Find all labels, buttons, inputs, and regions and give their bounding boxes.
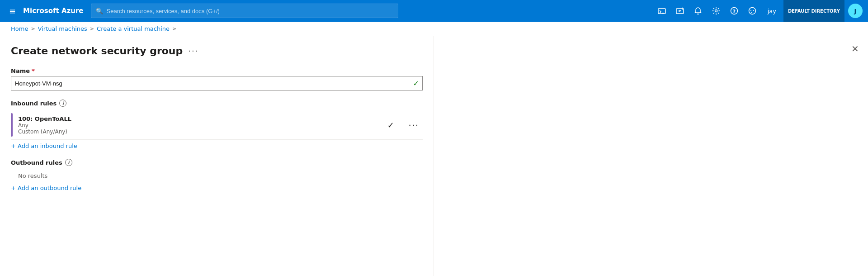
outbound-info-icon[interactable]: i [65, 159, 72, 166]
right-panel: ✕ [434, 36, 868, 276]
required-indicator: * [32, 67, 35, 74]
inbound-info-icon[interactable]: i [59, 100, 66, 107]
breadcrumb-home[interactable]: Home [11, 25, 28, 32]
user-name: jay [768, 8, 776, 14]
svg-point-8 [749, 8, 755, 14]
help-icon[interactable]: ? [726, 3, 742, 19]
rule-name: 100: OpenToALL [18, 115, 387, 122]
svg-text:?: ? [733, 9, 736, 14]
topbar: ≡ Microsoft Azure 🔍 ? jay DEFAULT DIRECT… [0, 0, 868, 22]
svg-point-5 [715, 10, 717, 12]
valid-checkmark-icon: ✓ [413, 79, 419, 88]
add-inbound-rule-button[interactable]: + Add an inbound rule [11, 143, 77, 149]
outbound-rules-section: Outbound rules i No results + Add an out… [11, 159, 423, 192]
breadcrumb-sep-2: > [90, 26, 94, 32]
breadcrumb-create-vm[interactable]: Create a virtual machine [97, 25, 170, 32]
user-menu[interactable]: jay [764, 8, 780, 14]
topbar-icons: ? [654, 3, 760, 19]
close-button[interactable]: ✕ [851, 43, 859, 54]
inbound-rules-label: Inbound rules i [11, 100, 423, 107]
outbound-no-results: No results [11, 170, 423, 182]
breadcrumb-vms[interactable]: Virtual machines [38, 25, 87, 32]
rule-check-icon: ✓ [387, 120, 394, 130]
search-icon: 🔍 [96, 8, 103, 14]
upload-icon[interactable] [672, 3, 688, 19]
svg-point-9 [750, 10, 751, 11]
inbound-rule-list: 100: OpenToALL Any Custom (Any/Any) ✓ ··… [11, 110, 423, 140]
settings-icon[interactable] [708, 3, 724, 19]
brand-name: Microsoft Azure [23, 7, 83, 15]
name-input-wrap: ✓ [11, 76, 423, 90]
cloud-shell-icon[interactable] [654, 3, 670, 19]
inbound-rules-section: Inbound rules i 100: OpenToALL Any Custo… [11, 100, 423, 150]
directory-badge[interactable]: DEFAULT DIRECTORY [783, 0, 844, 22]
breadcrumb-sep-1: > [31, 26, 35, 32]
page-title: Create network security group [11, 45, 183, 57]
rule-more-options-button[interactable]: ··· [405, 119, 423, 132]
table-row: 100: OpenToALL Any Custom (Any/Any) ✓ ··… [11, 110, 423, 140]
search-input[interactable] [107, 8, 393, 14]
left-panel: Create network security group ··· Name *… [0, 36, 434, 276]
name-label: Name * [11, 67, 423, 74]
page-title-row: Create network security group ··· [11, 45, 423, 57]
directory-label: DEFAULT DIRECTORY [788, 9, 840, 14]
notifications-icon[interactable] [690, 3, 706, 19]
rule-border-accent [11, 113, 13, 137]
breadcrumb-sep-3: > [172, 26, 176, 32]
hamburger-icon[interactable]: ≡ [5, 4, 19, 19]
outbound-rules-label: Outbound rules i [11, 159, 423, 166]
avatar[interactable]: J [848, 4, 863, 18]
svg-point-10 [753, 10, 754, 11]
feedback-icon[interactable] [744, 3, 760, 19]
main-layout: Create network security group ··· Name *… [0, 36, 868, 276]
rule-protocol: Any [18, 122, 387, 128]
name-input[interactable] [11, 76, 423, 90]
search-box[interactable]: 🔍 [91, 4, 398, 18]
add-outbound-rule-button[interactable]: + Add an outbound rule [11, 185, 81, 191]
rule-type: Custom (Any/Any) [18, 128, 387, 135]
breadcrumb: Home > Virtual machines > Create a virtu… [0, 22, 868, 36]
name-field-group: Name * ✓ [11, 67, 423, 90]
rule-details: 100: OpenToALL Any Custom (Any/Any) [18, 115, 387, 135]
page-options-button[interactable]: ··· [188, 46, 198, 56]
